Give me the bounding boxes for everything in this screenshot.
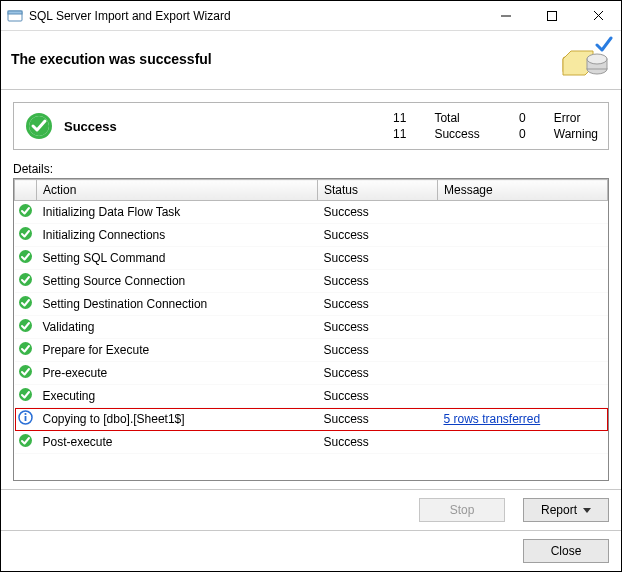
svg-point-18 (19, 319, 32, 332)
message-link[interactable]: 5 rows transferred (444, 412, 541, 426)
details-grid[interactable]: Action Status Message Initializing Data … (13, 178, 609, 481)
details-label: Details: (13, 162, 609, 176)
check-icon (15, 339, 37, 362)
message-cell (438, 316, 608, 339)
column-header-message[interactable]: Message (438, 180, 608, 201)
content-area: Success 11 Total 0 Error 11 Success 0 Wa… (1, 90, 621, 489)
action-cell: Executing (37, 385, 318, 408)
svg-line-5 (594, 11, 603, 20)
maximize-button[interactable] (529, 1, 575, 30)
success-label-stat: Success (434, 127, 479, 141)
status-cell: Success (318, 247, 438, 270)
column-header-icon[interactable] (15, 180, 37, 201)
svg-point-19 (19, 342, 32, 355)
status-cell: Success (318, 339, 438, 362)
message-cell (438, 431, 608, 454)
wizard-hero-icon (557, 37, 611, 81)
footer-close: Close (1, 530, 621, 571)
svg-rect-1 (8, 11, 22, 14)
table-row[interactable]: Prepare for ExecuteSuccess (15, 339, 608, 362)
stop-button: Stop (419, 498, 505, 522)
status-cell: Success (318, 201, 438, 224)
status-cell: Success (318, 385, 438, 408)
status-cell: Success (318, 293, 438, 316)
svg-point-14 (19, 227, 32, 240)
check-icon (15, 362, 37, 385)
summary-panel: Success 11 Total 0 Error 11 Success 0 Wa… (13, 102, 609, 150)
footer-actions: Stop Report (1, 489, 621, 530)
status-cell: Success (318, 270, 438, 293)
table-row[interactable]: Setting Destination ConnectionSuccess (15, 293, 608, 316)
message-cell (438, 201, 608, 224)
success-count: 11 (388, 127, 406, 141)
table-row[interactable]: ExecutingSuccess (15, 385, 608, 408)
check-icon (15, 293, 37, 316)
status-cell: Success (318, 316, 438, 339)
stop-button-label: Stop (450, 503, 475, 517)
message-cell (438, 362, 608, 385)
table-row[interactable]: Copying to [dbo].[Sheet1$]Success5 rows … (15, 408, 608, 431)
table-row[interactable]: Initializing ConnectionsSuccess (15, 224, 608, 247)
summary-success-icon (24, 111, 54, 141)
table-row[interactable]: Setting SQL CommandSuccess (15, 247, 608, 270)
action-cell: Prepare for Execute (37, 339, 318, 362)
check-icon (15, 224, 37, 247)
action-cell: Initializing Data Flow Task (37, 201, 318, 224)
summary-status-label: Success (64, 119, 388, 134)
message-cell (438, 247, 608, 270)
chevron-down-icon (583, 508, 591, 513)
total-label: Total (434, 111, 479, 125)
svg-rect-3 (548, 11, 557, 20)
table-row[interactable]: Initializing Data Flow TaskSuccess (15, 201, 608, 224)
message-cell (438, 385, 608, 408)
summary-stats: 11 Total 0 Error 11 Success 0 Warning (388, 111, 598, 141)
svg-point-20 (19, 365, 32, 378)
column-header-status[interactable]: Status (318, 180, 438, 201)
check-icon (15, 201, 37, 224)
error-label: Error (554, 111, 598, 125)
total-count: 11 (388, 111, 406, 125)
svg-line-4 (594, 11, 603, 20)
app-icon (7, 8, 23, 24)
info-icon (15, 408, 37, 431)
close-window-button[interactable] (575, 1, 621, 30)
report-button-label: Report (541, 503, 577, 517)
error-count: 0 (508, 111, 526, 125)
action-cell: Pre-execute (37, 362, 318, 385)
table-row[interactable]: Post-executeSuccess (15, 431, 608, 454)
svg-rect-23 (25, 416, 27, 421)
status-cell: Success (318, 431, 438, 454)
status-cell: Success (318, 224, 438, 247)
message-cell (438, 293, 608, 316)
svg-point-21 (19, 388, 32, 401)
status-cell: Success (318, 408, 438, 431)
table-row[interactable]: ValidatingSuccess (15, 316, 608, 339)
check-icon (15, 316, 37, 339)
message-cell (438, 339, 608, 362)
report-button[interactable]: Report (523, 498, 609, 522)
table-row[interactable]: Pre-executeSuccess (15, 362, 608, 385)
action-cell: Validating (37, 316, 318, 339)
window-title: SQL Server Import and Export Wizard (29, 9, 483, 23)
action-cell: Post-execute (37, 431, 318, 454)
message-cell (438, 224, 608, 247)
check-icon (15, 385, 37, 408)
svg-point-24 (24, 413, 26, 415)
svg-point-15 (19, 250, 32, 263)
warning-count: 0 (508, 127, 526, 141)
svg-point-13 (19, 204, 32, 217)
close-button[interactable]: Close (523, 539, 609, 563)
svg-point-25 (19, 434, 32, 447)
action-cell: Copying to [dbo].[Sheet1$] (37, 408, 318, 431)
minimize-button[interactable] (483, 1, 529, 30)
close-button-label: Close (551, 544, 582, 558)
success-check-icon (595, 35, 613, 56)
table-row[interactable]: Setting Source ConnectionSuccess (15, 270, 608, 293)
column-header-action[interactable]: Action (37, 180, 318, 201)
window-controls (483, 1, 621, 30)
check-icon (15, 270, 37, 293)
message-cell[interactable]: 5 rows transferred (438, 408, 608, 431)
page-header: The execution was successful (1, 31, 621, 90)
message-cell (438, 270, 608, 293)
svg-point-16 (19, 273, 32, 286)
